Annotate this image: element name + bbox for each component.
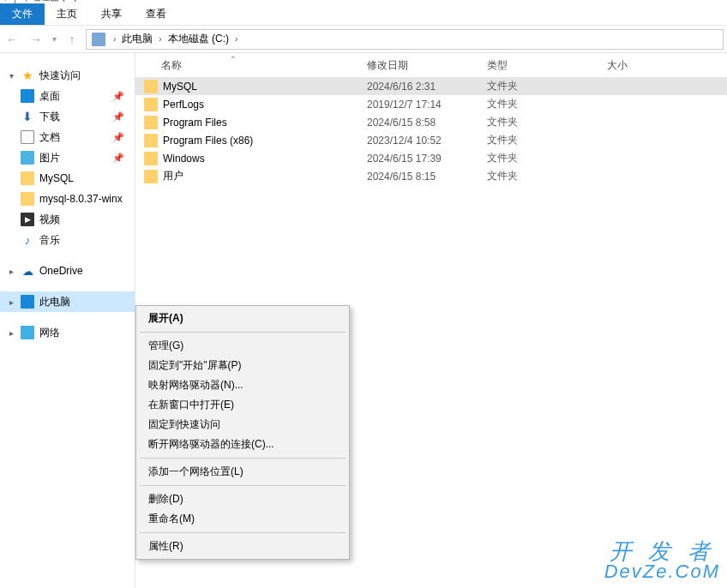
pc-icon	[21, 295, 34, 309]
file-tab[interactable]: 文件	[0, 3, 45, 25]
sort-indicator-icon: ⌃	[230, 55, 237, 63]
view-tab[interactable]: 查看	[134, 3, 178, 25]
chevron-right-icon: ›	[109, 34, 120, 44]
folder-icon	[144, 134, 158, 147]
drive-icon	[92, 33, 105, 46]
file-name: 用户	[163, 169, 367, 183]
sidebar-item-documents[interactable]: 文档📌	[0, 127, 135, 147]
sidebar-item-mysql[interactable]: MySQL	[0, 168, 135, 189]
file-type: 2024/6/15 8:15	[367, 171, 487, 183]
menu-separator	[140, 485, 345, 486]
share-tab[interactable]: 共享	[89, 3, 134, 25]
file-row[interactable]: Program Files2024/6/15 8:58文件夹	[135, 113, 727, 131]
cm-pin-start[interactable]: 固定到"开始"屏幕(P)	[138, 356, 347, 375]
sidebar-item-videos[interactable]: ▶视频	[0, 209, 135, 230]
cm-rename[interactable]: 重命名(M)	[138, 509, 347, 529]
sidebar-item-music[interactable]: ♪音乐	[0, 230, 135, 250]
sidebar-item-onedrive[interactable]: ▸☁OneDrive	[0, 261, 135, 281]
sidebar-item-this-pc[interactable]: ▸此电脑	[0, 291, 135, 312]
file-type: 2024/6/15 17:39	[367, 153, 487, 165]
video-icon: ▶	[21, 213, 34, 226]
file-type: 2024/6/16 2:31	[367, 81, 487, 93]
column-size[interactable]: 大小	[607, 58, 693, 73]
column-type[interactable]: 类型	[487, 58, 607, 73]
music-icon: ♪	[21, 233, 34, 247]
folder-icon	[144, 98, 158, 111]
file-row[interactable]: Windows2024/6/15 17:39文件夹	[135, 149, 727, 167]
folder-icon	[144, 116, 158, 129]
breadcrumb-drive-c[interactable]: 本地磁盘 (C:)	[166, 32, 231, 46]
pin-icon: 📌	[112, 111, 124, 123]
menu-separator	[140, 332, 345, 333]
file-name: PerfLogs	[163, 99, 367, 111]
history-dropdown[interactable]: ▾	[48, 26, 60, 52]
sidebar-item-network[interactable]: ▸网络	[0, 322, 135, 343]
cm-expand[interactable]: 展开(A)	[138, 309, 347, 328]
column-headers[interactable]: 名称 修改日期 类型 大小	[135, 53, 727, 77]
star-icon: ★	[21, 69, 34, 82]
cloud-icon: ☁	[21, 264, 34, 278]
column-name[interactable]: 名称	[161, 58, 367, 73]
context-menu: 展开(A) 管理(G) 固定到"开始"屏幕(P) 映射网络驱动器(N)... 在…	[135, 305, 350, 560]
watermark: 开 发 者 DevZe.CoM	[604, 540, 720, 581]
folder-icon	[144, 152, 158, 165]
folder-icon	[144, 80, 158, 93]
folder-icon	[21, 192, 34, 206]
sidebar-item-downloads[interactable]: ⬇下载📌	[0, 106, 135, 127]
download-icon: ⬇	[21, 110, 34, 123]
document-icon	[21, 130, 34, 144]
column-date[interactable]: 修改日期	[367, 58, 487, 73]
cm-pin-quick[interactable]: 固定到快速访问	[138, 415, 347, 435]
sidebar-item-desktop[interactable]: 桌面📌	[0, 86, 135, 106]
menu-separator	[140, 532, 345, 533]
sidebar-item-mysql-zip[interactable]: mysql-8.0.37-winx	[0, 189, 135, 209]
cm-open-new-window[interactable]: 在新窗口中打开(E)	[138, 395, 347, 415]
ribbon-menu: 文件 主页 共享 查看	[0, 3, 727, 26]
quick-access-root[interactable]: ▾ ★ 快速访问	[0, 65, 135, 86]
pin-icon: 📌	[112, 91, 124, 102]
home-tab[interactable]: 主页	[45, 3, 89, 25]
cm-manage[interactable]: 管理(G)	[138, 336, 347, 356]
menu-separator	[140, 458, 345, 459]
file-name: Windows	[163, 153, 367, 165]
folder-icon	[144, 170, 158, 183]
file-type: 2019/12/7 17:14	[367, 99, 487, 111]
file-name: Program Files	[163, 117, 367, 129]
file-row[interactable]: PerfLogs2019/12/7 17:14文件夹	[135, 95, 727, 113]
pin-icon: 📌	[112, 132, 124, 143]
breadcrumb-this-pc[interactable]: 此电脑	[120, 32, 154, 46]
file-row[interactable]: 用户2024/6/15 8:15文件夹	[135, 167, 727, 185]
file-type: 2024/6/15 8:58	[367, 117, 487, 129]
chevron-right-icon: ›	[154, 34, 165, 44]
file-name: MySQL	[163, 81, 367, 93]
chevron-right-icon: ›	[231, 34, 242, 44]
pictures-icon	[21, 151, 34, 165]
address-bar[interactable]: › 此电脑 › 本地磁盘 (C:) ›	[86, 29, 724, 50]
cm-disconnect-drive[interactable]: 断开网络驱动器的连接(C)...	[138, 435, 347, 454]
file-name: Program Files (x86)	[163, 135, 367, 147]
network-icon	[21, 326, 34, 339]
navigation-pane: ▾ ★ 快速访问 桌面📌 ⬇下载📌 文档📌 图片📌 MySQL mysql-8.…	[0, 53, 135, 588]
back-button[interactable]: ←	[0, 26, 24, 52]
file-row[interactable]: Program Files (x86)2023/12/4 10:52文件夹	[135, 131, 727, 149]
forward-button[interactable]: →	[24, 26, 48, 52]
cm-map-drive[interactable]: 映射网络驱动器(N)...	[138, 375, 347, 395]
navigation-bar: ← → ▾ ↑ › 此电脑 › 本地磁盘 (C:) ›	[0, 26, 727, 53]
cm-add-network-location[interactable]: 添加一个网络位置(L)	[138, 462, 347, 482]
cm-delete[interactable]: 删除(D)	[138, 489, 347, 509]
file-row[interactable]: MySQL2024/6/16 2:31文件夹	[135, 77, 727, 95]
file-list: MySQL2024/6/16 2:31文件夹PerfLogs2019/12/7 …	[135, 77, 727, 185]
desktop-icon	[21, 89, 34, 103]
pin-icon: 📌	[112, 153, 124, 164]
cm-properties[interactable]: 属性(R)	[138, 537, 347, 556]
folder-icon	[21, 171, 34, 185]
up-button[interactable]: ↑	[60, 26, 84, 52]
file-type: 2023/12/4 10:52	[367, 135, 487, 147]
sidebar-item-pictures[interactable]: 图片📌	[0, 147, 135, 168]
